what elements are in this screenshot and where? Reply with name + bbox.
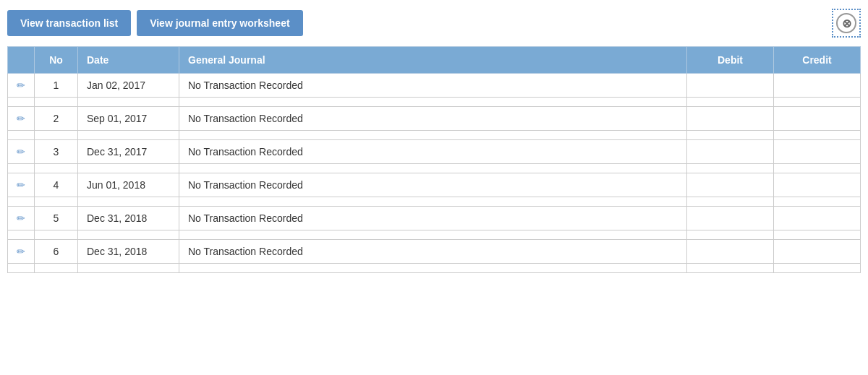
row-no: 4	[35, 173, 78, 197]
spacer-cell	[8, 264, 35, 273]
spacer-row	[8, 131, 861, 140]
spacer-cell	[78, 98, 179, 107]
header-no: No	[35, 47, 78, 74]
row-credit	[774, 240, 861, 264]
spacer-cell	[78, 264, 179, 273]
row-journal: No Transaction Recorded	[179, 207, 687, 230]
spacer-cell	[687, 131, 774, 140]
view-journal-entry-worksheet-button[interactable]: View journal entry worksheet	[137, 10, 302, 36]
row-debit	[687, 140, 774, 164]
row-credit	[774, 107, 861, 131]
row-no: 6	[35, 240, 78, 264]
header-debit: Debit	[687, 47, 774, 74]
spacer-cell	[774, 264, 861, 273]
spacer-cell	[687, 197, 774, 207]
spacer-cell	[774, 230, 861, 240]
row-no: 5	[35, 207, 78, 230]
spacer-row	[8, 230, 861, 240]
table-header-row: No Date General Journal Debit Credit	[8, 47, 861, 74]
spacer-cell	[78, 197, 179, 207]
spacer-cell	[35, 131, 78, 140]
row-credit	[774, 74, 861, 98]
row-debit	[687, 207, 774, 230]
table-row: ✏ 6 Dec 31, 2018 No Transaction Recorded	[8, 240, 861, 264]
view-transaction-list-button[interactable]: View transaction list	[7, 10, 131, 36]
row-date: Dec 31, 2017	[78, 140, 179, 164]
spacer-cell	[687, 164, 774, 173]
edit-icon-cell[interactable]: ✏	[8, 107, 35, 131]
pencil-icon: ✏	[17, 212, 25, 224]
spacer-row	[8, 264, 861, 273]
spacer-cell	[35, 264, 78, 273]
spacer-cell	[78, 131, 179, 140]
spacer-cell	[8, 197, 35, 207]
row-no: 2	[35, 107, 78, 131]
row-journal: No Transaction Recorded	[179, 74, 687, 98]
spacer-row	[8, 164, 861, 173]
pencil-icon: ✏	[17, 179, 25, 191]
spacer-cell	[8, 230, 35, 240]
row-debit	[687, 107, 774, 131]
row-journal: No Transaction Recorded	[179, 107, 687, 131]
edit-icon-cell[interactable]: ✏	[8, 140, 35, 164]
toolbar: View transaction list View journal entry…	[0, 0, 868, 46]
row-credit	[774, 140, 861, 164]
header-date: Date	[78, 47, 179, 74]
table-row: ✏ 2 Sep 01, 2017 No Transaction Recorded	[8, 107, 861, 131]
spacer-cell	[687, 230, 774, 240]
edit-icon-cell[interactable]: ✏	[8, 207, 35, 230]
spacer-cell	[179, 264, 687, 273]
spacer-cell	[774, 164, 861, 173]
spacer-cell	[179, 98, 687, 107]
row-journal: No Transaction Recorded	[179, 173, 687, 197]
spacer-cell	[179, 164, 687, 173]
spacer-cell	[35, 197, 78, 207]
row-debit	[687, 173, 774, 197]
row-date: Sep 01, 2017	[78, 107, 179, 131]
spacer-cell	[774, 98, 861, 107]
close-button-container: ⊗	[832, 9, 861, 38]
close-button[interactable]: ⊗	[836, 13, 856, 33]
row-no: 3	[35, 140, 78, 164]
spacer-cell	[8, 131, 35, 140]
row-date: Dec 31, 2018	[78, 240, 179, 264]
table-row: ✏ 5 Dec 31, 2018 No Transaction Recorded	[8, 207, 861, 230]
row-journal: No Transaction Recorded	[179, 240, 687, 264]
spacer-cell	[179, 131, 687, 140]
row-no: 1	[35, 74, 78, 98]
edit-icon-cell[interactable]: ✏	[8, 173, 35, 197]
header-journal: General Journal	[179, 47, 687, 74]
spacer-cell	[78, 164, 179, 173]
spacer-row	[8, 197, 861, 207]
table-row: ✏ 4 Jun 01, 2018 No Transaction Recorded	[8, 173, 861, 197]
edit-icon-cell[interactable]: ✏	[8, 240, 35, 264]
spacer-cell	[35, 164, 78, 173]
pencil-icon: ✏	[17, 246, 25, 257]
row-journal: No Transaction Recorded	[179, 140, 687, 164]
journal-table-container: No Date General Journal Debit Credit ✏ 1…	[0, 46, 868, 273]
row-credit	[774, 207, 861, 230]
spacer-cell	[774, 131, 861, 140]
spacer-cell	[179, 230, 687, 240]
pencil-icon: ✏	[17, 79, 25, 91]
row-date: Jun 01, 2018	[78, 173, 179, 197]
spacer-cell	[179, 197, 687, 207]
edit-icon-cell[interactable]: ✏	[8, 74, 35, 98]
spacer-cell	[8, 164, 35, 173]
table-row: ✏ 3 Dec 31, 2017 No Transaction Recorded	[8, 140, 861, 164]
spacer-cell	[35, 230, 78, 240]
row-credit	[774, 173, 861, 197]
spacer-cell	[8, 98, 35, 107]
spacer-cell	[687, 264, 774, 273]
spacer-cell	[35, 98, 78, 107]
spacer-cell	[78, 230, 179, 240]
pencil-icon: ✏	[17, 113, 25, 124]
spacer-cell	[774, 197, 861, 207]
journal-table: No Date General Journal Debit Credit ✏ 1…	[7, 46, 861, 273]
row-debit	[687, 74, 774, 98]
header-edit	[8, 47, 35, 74]
row-date: Jan 02, 2017	[78, 74, 179, 98]
close-icon: ⊗	[842, 17, 851, 30]
spacer-row	[8, 98, 861, 107]
pencil-icon: ✏	[17, 146, 25, 158]
